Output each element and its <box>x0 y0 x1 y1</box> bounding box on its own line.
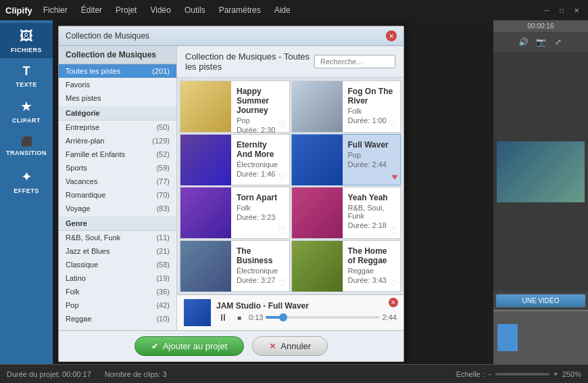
menu-fichier[interactable]: Fichier <box>38 4 73 16</box>
menu-editer[interactable]: Éditer <box>76 4 107 16</box>
player-close-button[interactable]: ✕ <box>389 298 398 307</box>
maximize-button[interactable]: □ <box>556 5 568 16</box>
sidebar-item-jazz-blues[interactable]: Jazz et Blues (21) <box>59 244 176 258</box>
stop-button[interactable]: ■ <box>232 311 246 324</box>
dialog-right-panel: Collection de Musiques - Toutes les pist… <box>177 46 403 330</box>
music-thumb-8 <box>292 241 343 292</box>
heart-icon-2[interactable]: ♡ <box>389 118 397 129</box>
pause-button[interactable]: ⏸ <box>216 311 230 324</box>
music-title-6: Yeah Yeah <box>348 193 395 202</box>
sidebar-item-toutes-pistes[interactable]: Toutes les pistes (201) <box>59 64 176 78</box>
music-card-happy-summer[interactable]: Happy Summer Journey Pop Durée: 2:30 ♡ <box>180 81 290 133</box>
sidebar-item-texte[interactable]: T TEXTE <box>0 58 53 93</box>
music-collection-dialog: Collection de Musiques ✕ Collection de M… <box>58 26 404 362</box>
texte-icon: T <box>23 64 30 78</box>
music-thumb-4 <box>292 135 343 185</box>
sidebar-item-entreprise[interactable]: Entreprise (50) <box>59 120 176 134</box>
heart-icon-3[interactable]: ♡ <box>278 171 287 182</box>
app-sidebar: 🖼 FICHIERS T TEXTE ★ CLIPART ⬛ TRANSITIO… <box>0 20 53 364</box>
right-controls: 🔊 📷 ⤢ <box>493 32 588 52</box>
music-title-8: The Home of Reggae <box>348 246 395 265</box>
latino-label: Latino <box>66 274 86 282</box>
time-display: 00:00:16 <box>528 22 554 30</box>
music-card-eternity[interactable]: Eternity And More Électronique Durée: 1:… <box>180 134 290 186</box>
zoom-in-button[interactable]: + <box>554 369 558 379</box>
voyage-label: Voyage <box>66 204 91 212</box>
heart-icon-1[interactable]: ♡ <box>278 118 287 129</box>
dialog-close-button[interactable]: ✕ <box>386 30 397 41</box>
menu-parametres[interactable]: Paramètres <box>214 4 266 16</box>
sidebar-item-arriere-plan[interactable]: Arrière-plan (129) <box>59 134 176 148</box>
sidebar-item-reggae[interactable]: Reggae (10) <box>59 312 176 325</box>
sidebar-item-voyage[interactable]: Voyage (83) <box>59 202 176 215</box>
sidebar-item-famille-enfants[interactable]: Famille et Enfants (52) <box>59 148 176 161</box>
cancel-label: Annuler <box>280 341 311 351</box>
heart-icon-8[interactable]: ♡ <box>389 277 397 288</box>
heart-icon-7[interactable]: ♡ <box>278 277 287 288</box>
sidebar-item-clipart[interactable]: ★ CLIPART <box>0 93 53 129</box>
sidebar-item-romantique[interactable]: Romantique (70) <box>59 188 176 202</box>
window-controls: ─ □ ✕ <box>541 5 583 16</box>
music-title-4: Full Waver <box>348 140 395 150</box>
player-controls: ⏸ ■ 0:13 2:44 <box>216 311 397 324</box>
zoom-out-button[interactable]: - <box>489 369 491 379</box>
sidebar-item-effets[interactable]: ✦ EFFETS <box>0 164 53 199</box>
left-panel-scroll[interactable]: Toutes les pistes (201) Favoris Mes pist… <box>59 64 176 330</box>
left-panel-header: Collection de Musiques <box>59 46 176 64</box>
favoris-label: Favoris <box>66 81 90 89</box>
add-video-button[interactable]: UNE VIDÉO <box>496 294 585 307</box>
effets-label: EFFETS <box>14 187 39 194</box>
music-duration-3: Durée: 1:46 <box>237 170 284 178</box>
menu-outils[interactable]: Outils <box>179 4 211 16</box>
sidebar-item-classique[interactable]: Classique (58) <box>59 258 176 271</box>
music-card-fog-river[interactable]: Fog On The River Folk Durée: 1:00 ♡ <box>291 81 401 133</box>
player-progress-bar[interactable] <box>266 316 379 319</box>
transition-label: TRANSITION <box>6 150 47 156</box>
sidebar-item-folk[interactable]: Folk (36) <box>59 285 176 298</box>
music-card-business[interactable]: The Business Électronique Durée: 3:27 ♡ <box>180 240 290 292</box>
search-input[interactable] <box>314 55 395 68</box>
heart-icon-5[interactable]: ♡ <box>278 225 287 235</box>
latino-count: (19) <box>156 274 170 282</box>
sidebar-item-pop[interactable]: Pop (42) <box>59 298 176 312</box>
music-card-torn-apart[interactable]: Torn Apart Folk Durée: 3:23 ♡ <box>180 187 290 239</box>
add-to-project-button[interactable]: ✔ Ajouter au projet <box>134 336 244 356</box>
sidebar-item-transition[interactable]: ⬛ TRANSITION <box>0 129 53 164</box>
close-button[interactable]: ✕ <box>570 5 583 16</box>
menu-video[interactable]: Vidéo <box>145 4 176 16</box>
music-card-yeah-yeah[interactable]: Yeah Yeah R&B, Soul, Funk Durée: 2:18 ♡ <box>291 187 401 239</box>
music-duration-6: Durée: 2:18 <box>348 221 395 229</box>
add-checkmark-icon: ✔ <box>151 341 159 351</box>
music-card-home-reggae[interactable]: The Home of Reggae Reggae Durée: 3:43 ♡ <box>291 240 401 292</box>
clips-value: 3 <box>162 370 166 378</box>
heart-icon-6[interactable]: ♡ <box>389 225 397 235</box>
music-card-full-waver[interactable]: Full Waver Pop Durée: 2:44 ♥ <box>291 134 401 186</box>
minimize-button[interactable]: ─ <box>541 5 553 16</box>
expand-icon[interactable]: ⤢ <box>551 35 566 49</box>
romantique-label: Romantique <box>66 191 105 199</box>
sidebar-item-favoris[interactable]: Favoris <box>59 78 176 91</box>
music-duration-8: Durée: 3:43 <box>348 276 395 284</box>
right-editor-panel: 00:00:16 🔊 📷 ⤢ UNE VIDÉO <box>493 20 588 364</box>
add-video-label: UNE VIDÉO <box>522 297 559 305</box>
menu-aide[interactable]: Aide <box>269 4 296 16</box>
cancel-button[interactable]: ✕ Annuler <box>252 336 328 356</box>
volume-icon[interactable]: 🔊 <box>516 35 531 49</box>
player-current-time: 0:13 <box>249 313 263 321</box>
modal-overlay: Collection de Musiques ✕ Collection de M… <box>53 20 493 364</box>
zoom-value: 250% <box>562 370 581 378</box>
sidebar-item-rnb[interactable]: R&B, Soul, Funk (11) <box>59 231 176 244</box>
menu-projet[interactable]: Projet <box>110 4 142 16</box>
texte-label: TEXTE <box>16 81 37 88</box>
camera-icon[interactable]: 📷 <box>533 35 548 49</box>
timeline-clip[interactable] <box>497 324 518 351</box>
zoom-slider[interactable] <box>495 373 549 376</box>
sidebar-item-vacances[interactable]: Vacances (77) <box>59 175 176 188</box>
sidebar-item-sports[interactable]: Sports (59) <box>59 161 176 175</box>
sidebar-item-fichiers[interactable]: 🖼 FICHIERS <box>0 23 53 58</box>
heart-icon-4[interactable]: ♥ <box>392 171 397 182</box>
music-thumb-6 <box>292 187 343 238</box>
sidebar-item-mes-pistes[interactable]: Mes pistes <box>59 91 176 105</box>
sidebar-item-latino[interactable]: Latino (19) <box>59 271 176 285</box>
center-panel: Collection de Musiques ✕ Collection de M… <box>53 20 493 364</box>
